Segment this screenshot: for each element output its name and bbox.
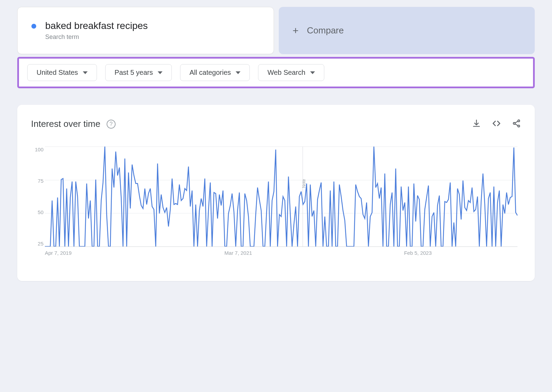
- filter-category[interactable]: All categories: [180, 64, 250, 81]
- chevron-down-icon: [158, 71, 162, 74]
- compare-button[interactable]: + Compare: [279, 7, 535, 54]
- x-tick: Feb 5, 2023: [404, 250, 432, 256]
- svg-line-4: [515, 124, 518, 125]
- chevron-down-icon: [83, 71, 88, 74]
- chart-title: Interest over time: [31, 119, 100, 129]
- y-tick: 100: [31, 147, 43, 152]
- download-icon[interactable]: [472, 119, 481, 129]
- filter-search-type-label: Web Search: [267, 69, 305, 77]
- filter-search-type[interactable]: Web Search: [258, 64, 324, 81]
- line-chart-svg: [45, 147, 518, 247]
- chart-plot[interactable]: 100 75 50 25 Note Apr 7, 2019 Mar 7, 202…: [45, 147, 518, 260]
- search-term-type: Search term: [45, 33, 148, 41]
- filter-timeframe[interactable]: Past 5 years: [105, 64, 172, 81]
- svg-line-3: [515, 121, 518, 123]
- y-axis: 100 75 50 25: [31, 147, 43, 247]
- y-tick: 50: [31, 209, 43, 215]
- x-tick: Mar 7, 2021: [225, 250, 252, 256]
- y-tick: 75: [31, 178, 43, 184]
- compare-label: Compare: [307, 25, 344, 36]
- filters-bar: United States Past 5 years All categorie…: [17, 57, 535, 88]
- filter-region-label: United States: [37, 69, 78, 77]
- interest-over-time-card: Interest over time ? 100 75 50 25: [17, 105, 535, 281]
- embed-icon[interactable]: [491, 119, 502, 129]
- x-axis: Apr 7, 2019 Mar 7, 2021 Feb 5, 2023: [45, 250, 518, 260]
- plus-icon: +: [293, 25, 299, 37]
- search-term-card[interactable]: baked breakfast recipes Search term: [17, 7, 274, 54]
- filter-timeframe-label: Past 5 years: [115, 69, 153, 77]
- chevron-down-icon: [236, 71, 240, 74]
- y-tick: 25: [31, 241, 43, 247]
- filter-region[interactable]: United States: [27, 64, 97, 81]
- search-term-text: baked breakfast recipes: [45, 20, 148, 31]
- x-tick: Apr 7, 2019: [45, 250, 72, 256]
- chevron-down-icon: [310, 71, 315, 74]
- series-color-dot: [31, 24, 36, 29]
- help-icon[interactable]: ?: [107, 120, 116, 129]
- filter-category-label: All categories: [189, 69, 231, 77]
- share-icon[interactable]: [512, 119, 521, 129]
